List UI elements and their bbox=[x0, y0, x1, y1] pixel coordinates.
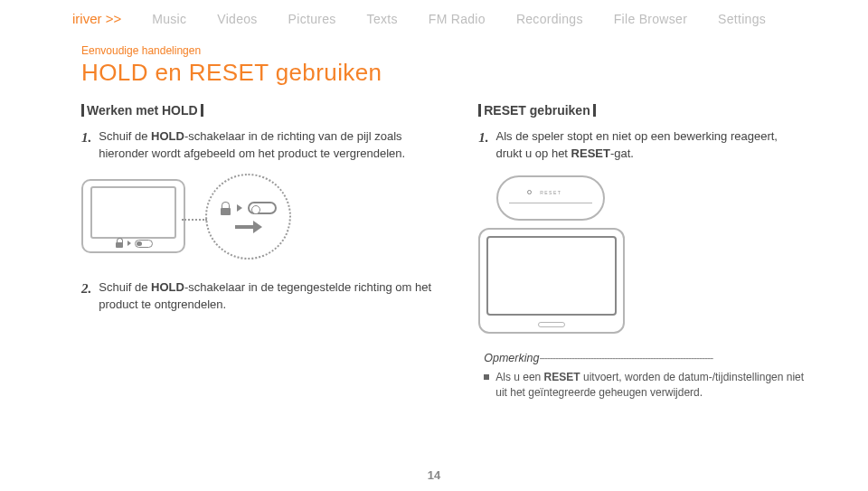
device-back-screen bbox=[486, 236, 617, 316]
switch-group-small bbox=[115, 238, 153, 249]
note-label: Opmerking bbox=[484, 352, 539, 364]
nav-item-recordings: Recordings bbox=[516, 12, 583, 26]
zoom-top-row bbox=[220, 202, 277, 215]
page-title: HOLD en RESET gebruiken bbox=[81, 59, 805, 87]
right-subheader: RESET gebruiken bbox=[478, 103, 805, 118]
device-back-outline bbox=[478, 228, 625, 334]
reset-diagram-label: RESET bbox=[540, 190, 561, 195]
hold-slider-icon-large bbox=[248, 202, 277, 214]
nav-item-pictures: Pictures bbox=[288, 12, 336, 26]
device-back-button-icon bbox=[538, 322, 565, 327]
left-subheader: Werken met HOLD bbox=[81, 103, 433, 118]
arrow-right-icon bbox=[127, 241, 131, 246]
lock-icon bbox=[115, 238, 124, 249]
right-step1-suffix: -gat. bbox=[610, 146, 634, 160]
right-step-1: 1. Als de speler stopt en niet op een be… bbox=[478, 128, 805, 163]
left-subheader-text: Werken met HOLD bbox=[87, 103, 198, 118]
top-nav: iriver >> Music Videos Pictures Texts FM… bbox=[0, 0, 868, 37]
subheader-bar-end bbox=[201, 104, 203, 117]
device-top-view: RESET bbox=[496, 175, 605, 221]
right-step1-bold: RESET bbox=[571, 146, 610, 160]
lock-icon-large bbox=[220, 202, 231, 215]
note-prefix: Als u een bbox=[495, 371, 543, 383]
left-step1-bold: HOLD bbox=[151, 129, 184, 143]
arrow-right-icon-large bbox=[237, 204, 242, 212]
left-step-1-number: 1. bbox=[81, 128, 91, 163]
note-text: Als u een RESET uitvoert, worden de datu… bbox=[495, 370, 805, 401]
nav-item-settings: Settings bbox=[718, 12, 766, 26]
two-column-layout: Werken met HOLD 1. Schuif de HOLD-schake… bbox=[81, 103, 805, 401]
note-block: Opmerking-------------------------------… bbox=[478, 352, 805, 401]
hold-diagram bbox=[81, 174, 433, 260]
page-content: Eenvoudige handelingen HOLD en RESET geb… bbox=[0, 37, 868, 401]
left-step-2-text: Schuif de HOLD-schakelaar in de tegenges… bbox=[99, 279, 433, 314]
hold-slider-icon bbox=[135, 240, 153, 248]
right-subheader-text: RESET gebruiken bbox=[484, 103, 590, 118]
direction-arrow-icon bbox=[235, 222, 262, 231]
note-header-line: Opmerking-------------------------------… bbox=[484, 352, 805, 364]
left-step-2: 2. Schuif de HOLD-schakelaar in de tegen… bbox=[81, 279, 433, 314]
page-number: 14 bbox=[428, 468, 440, 482]
left-step2-bold: HOLD bbox=[151, 280, 184, 294]
nav-item-videos: Videos bbox=[217, 12, 257, 26]
subheader-bar-end-r bbox=[593, 104, 596, 117]
note-dashes: ----------------------------------------… bbox=[539, 352, 712, 364]
nav-item-music: Music bbox=[152, 12, 186, 26]
section-label: Eenvoudige handelingen bbox=[81, 44, 805, 57]
note-bold: RESET bbox=[544, 371, 580, 383]
right-column: RESET gebruiken 1. Als de speler stopt e… bbox=[478, 103, 805, 401]
left-step2-prefix: Schuif de bbox=[99, 280, 151, 294]
reset-diagram: RESET bbox=[478, 175, 805, 334]
left-step-1-text: Schuif de HOLD-schakelaar in de richting… bbox=[99, 128, 433, 163]
right-step1-prefix: Als de speler stopt en niet op een bewer… bbox=[495, 129, 777, 160]
note-item: Als u een RESET uitvoert, worden de datu… bbox=[484, 370, 805, 401]
reset-hole-icon bbox=[527, 190, 532, 194]
zoom-detail-circle bbox=[205, 174, 291, 260]
subheader-bar-start bbox=[81, 104, 84, 117]
right-step-1-text: Als de speler stopt en niet op een bewer… bbox=[495, 128, 805, 163]
nav-item-filebrowser: File Browser bbox=[614, 12, 687, 26]
left-step-1: 1. Schuif de HOLD-schakelaar in de richt… bbox=[81, 128, 433, 163]
nav-item-fmradio: FM Radio bbox=[429, 12, 486, 26]
right-step-1-number: 1. bbox=[478, 128, 488, 163]
device-outline bbox=[81, 179, 185, 253]
device-screen bbox=[90, 186, 176, 239]
left-column: Werken met HOLD 1. Schuif de HOLD-schake… bbox=[81, 103, 433, 401]
note-bullet-icon bbox=[484, 374, 489, 380]
brand-label: iriver >> bbox=[72, 11, 121, 26]
nav-item-texts: Texts bbox=[367, 12, 398, 26]
device-top-divider bbox=[509, 203, 592, 203]
left-step1-prefix: Schuif de bbox=[99, 129, 151, 143]
left-step-2-number: 2. bbox=[81, 279, 91, 314]
subheader-bar-start-r bbox=[478, 104, 481, 117]
